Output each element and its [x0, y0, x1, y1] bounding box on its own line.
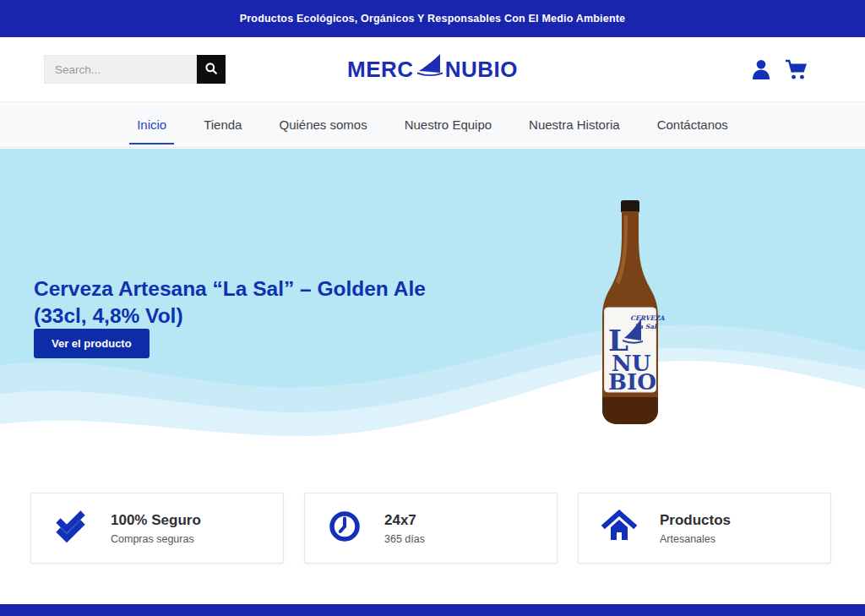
view-product-button[interactable]: Ver el producto	[34, 329, 150, 358]
nav-item-inicio[interactable]: Inicio	[137, 117, 166, 132]
page: Productos Ecológicos, Orgánicos Y Respon…	[0, 0, 865, 616]
site-logo[interactable]: MERC NUBIO	[0, 37, 865, 101]
logo-text-left: MERC	[347, 57, 414, 83]
double-check-icon	[54, 510, 88, 547]
hero-banner: Cerveza Artesana “La Sal” – Golden Ale (…	[0, 149, 865, 472]
feature-subtitle: 365 días	[384, 533, 425, 545]
main-nav: Inicio Tienda Quiénes somos Nuestro Equi…	[0, 101, 865, 148]
feature-title: 24x7	[384, 512, 425, 529]
logo-text-right: NUBIO	[445, 57, 518, 83]
bottle-label-brand: CERVEZA	[630, 314, 666, 322]
feature-title: Productos	[660, 512, 731, 529]
hero-product-title: Cerveza Artesana “La Sal” – Golden Ale (…	[34, 275, 439, 330]
bottle-label-line3: BIO	[608, 369, 656, 395]
nav-item-tienda[interactable]: Tienda	[204, 117, 242, 132]
home-icon	[601, 510, 637, 547]
announcement-bar: Productos Ecológicos, Orgánicos Y Respon…	[0, 0, 865, 37]
header: MERC NUBIO	[0, 37, 865, 101]
sailboat-icon	[415, 53, 444, 85]
footer-strip	[0, 604, 865, 616]
clock-icon	[328, 510, 362, 547]
nav-item-contactanos[interactable]: Contáctanos	[657, 117, 728, 132]
cart-icon[interactable]	[785, 59, 808, 84]
feature-subtitle: Artesanales	[660, 533, 731, 545]
nav-item-nuestro-equipo[interactable]: Nuestro Equipo	[405, 117, 492, 132]
nav-item-nuestra-historia[interactable]: Nuestra Historia	[529, 117, 620, 132]
feature-cards: 100% Seguro Compras seguras 24x7 365 día…	[30, 493, 831, 564]
bottle-label-script: La Sal	[634, 323, 657, 330]
feature-title: 100% Seguro	[111, 512, 201, 529]
feature-card-productos: Productos Artesanales	[578, 493, 831, 564]
announcement-text: Productos Ecológicos, Orgánicos Y Respon…	[240, 13, 626, 25]
nav-item-quienes-somos[interactable]: Quiénes somos	[279, 117, 367, 132]
feature-card-24x7: 24x7 365 días	[304, 493, 558, 564]
beer-bottle-image: CERVEZA La Sal L NU BIO	[590, 200, 670, 428]
feature-card-seguro: 100% Seguro Compras seguras	[30, 493, 284, 564]
account-icon[interactable]	[752, 59, 770, 83]
feature-subtitle: Compras seguras	[111, 533, 201, 545]
